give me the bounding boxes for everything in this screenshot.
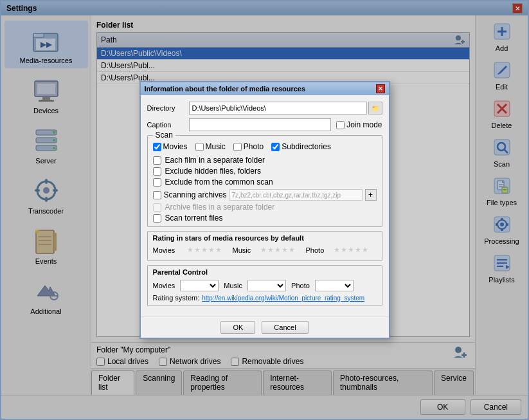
music-checkbox[interactable]: [195, 143, 204, 151]
dialog-title: Information about the folder of media re…: [145, 85, 306, 93]
archive-extensions-input[interactable]: [229, 189, 363, 201]
join-mode-check[interactable]: Join mode: [336, 120, 382, 129]
archive-add-button[interactable]: +: [365, 189, 377, 201]
movies-checkbox[interactable]: [153, 143, 161, 151]
scanning-archives-checkbox[interactable]: [153, 191, 161, 199]
subdirectories-check[interactable]: Subdirectories: [271, 142, 331, 151]
scan-types-row: Movies Music Photo Subdirectories: [153, 142, 377, 151]
exclude-hidden-check[interactable]: Exclude hidden files, folders: [153, 167, 377, 176]
exclude-common-checkbox[interactable]: [153, 178, 161, 187]
photo-stars: ★★★★★: [334, 246, 369, 254]
directory-input[interactable]: [189, 102, 367, 114]
exclude-common-check[interactable]: Exclude from the common scan: [153, 178, 377, 187]
each-film-check[interactable]: Each film in a separate folder: [153, 156, 377, 165]
movies-stars: ★★★★★: [187, 246, 222, 254]
dialog-ok-button[interactable]: OK: [220, 321, 255, 334]
scanning-archives-label: Scanning archives: [164, 190, 227, 199]
parental-section-label: Parental Control: [153, 268, 377, 276]
scan-torrent-check[interactable]: Scan torrent files: [153, 214, 377, 223]
caption-label: Caption: [147, 121, 189, 129]
archive-separate-checkbox[interactable]: [153, 203, 161, 212]
dialog-body: Directory 📁 Caption Join mode Scan: [141, 95, 389, 316]
directory-browse-button[interactable]: 📁: [368, 102, 382, 114]
photo-stars-label: Photo: [306, 246, 328, 254]
dialog-cancel-button[interactable]: Cancel: [262, 321, 308, 334]
dialog-overlay: Information about the folder of media re…: [1, 1, 528, 419]
parental-section: Parental Control Movies Music Photo Rati…: [147, 265, 382, 306]
directory-label: Directory: [147, 104, 189, 112]
music-stars-label: Music: [233, 246, 255, 254]
movies-stars-label: Movies: [153, 246, 182, 254]
rating-system-label: Rating system:: [153, 294, 200, 302]
archive-separate-check[interactable]: Archive files in a separate folder: [153, 203, 377, 212]
music-check[interactable]: Music: [195, 142, 226, 151]
stars-row: Movies ★★★★★ Music ★★★★★ Photo ★★★★★: [153, 246, 377, 254]
dialog-close-button[interactable]: ✕: [376, 84, 385, 93]
scanning-archives-row: Scanning archives +: [153, 189, 377, 201]
music-stars: ★★★★★: [260, 246, 296, 254]
join-mode-checkbox[interactable]: [336, 121, 345, 129]
exclude-hidden-checkbox[interactable]: [153, 167, 161, 176]
photo-label: Photo: [244, 142, 264, 151]
movies-parental-label: Movies: [153, 282, 175, 289]
exclude-hidden-label: Exclude hidden files, folders: [165, 167, 261, 176]
dialog-footer: OK Cancel: [141, 316, 389, 338]
music-parental-select[interactable]: [247, 280, 286, 291]
subdirectories-label: Subdirectories: [282, 142, 331, 151]
directory-row: Directory 📁: [147, 102, 382, 114]
rating-section: Rating in stars of media resources by de…: [147, 231, 382, 261]
each-film-checkbox[interactable]: [153, 156, 161, 165]
movies-check[interactable]: Movies: [153, 142, 188, 151]
movies-label: Movies: [163, 142, 188, 151]
each-film-label: Each film in a separate folder: [165, 156, 265, 165]
scan-section: Scan Movies Music Photo: [147, 135, 382, 227]
info-dialog: Information about the folder of media re…: [139, 81, 390, 339]
rating-section-label: Rating in stars of media resources by de…: [153, 234, 377, 242]
dialog-title-bar: Information about the folder of media re…: [141, 82, 389, 95]
parental-controls-row: Movies Music Photo: [153, 280, 377, 291]
caption-input[interactable]: [189, 118, 332, 131]
photo-check[interactable]: Photo: [233, 142, 264, 151]
photo-checkbox[interactable]: [233, 143, 242, 151]
movies-parental-select[interactable]: [180, 280, 219, 291]
scan-section-label: Scan: [153, 131, 175, 140]
caption-row: Caption Join mode: [147, 118, 382, 131]
scan-torrent-checkbox[interactable]: [153, 214, 161, 223]
music-label: Music: [206, 142, 226, 151]
subdirectories-checkbox[interactable]: [271, 143, 280, 151]
scan-torrent-label: Scan torrent files: [165, 214, 223, 223]
join-mode-label: Join mode: [346, 120, 382, 129]
photo-parental-select[interactable]: [315, 280, 354, 291]
photo-parental-label: Photo: [291, 282, 310, 289]
rating-system-row: Rating system: http://en.wikipedia.org/w…: [153, 294, 377, 302]
archive-separate-label: Archive files in a separate folder: [165, 203, 275, 212]
settings-window: Settings ✕ ▶▶ Media-resources: [0, 0, 529, 420]
exclude-common-label: Exclude from the common scan: [165, 178, 273, 187]
music-parental-label: Music: [224, 282, 242, 289]
rating-system-link[interactable]: http://en.wikipedia.org/wiki/Motion_pict…: [202, 295, 364, 302]
